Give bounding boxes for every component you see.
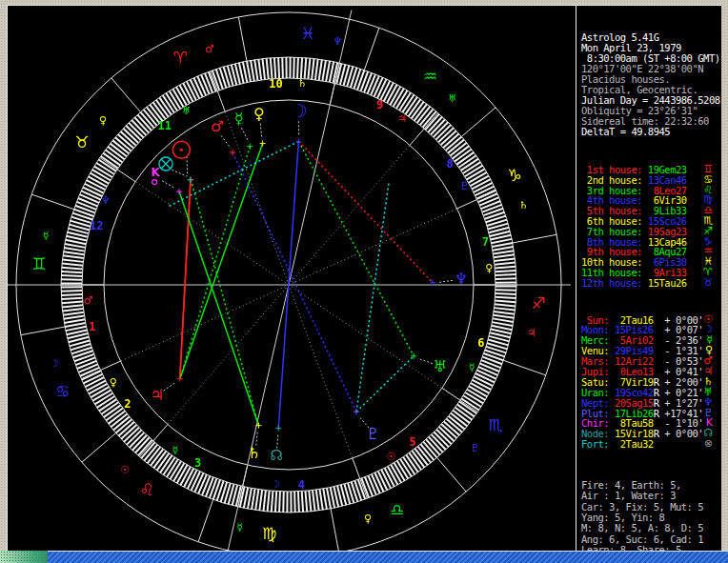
taskbar bbox=[0, 551, 728, 563]
planet-row: Fort: 2Tau32 ⊗ bbox=[581, 439, 721, 450]
info-sidebar: Astrolog 5.41GMon April 23, 1979 8:30:00… bbox=[576, 6, 721, 551]
astrolog-window: Astrolog 5.41GMon April 23, 1979 8:30:00… bbox=[7, 5, 721, 551]
element-stats-block: Fire: 4, Earth: 5,Air : 1, Water: 3Car: … bbox=[581, 480, 721, 555]
stat-line: M: 8, N: 5, A: 8, D: 5 bbox=[581, 523, 721, 533]
natal-wheel-canvas bbox=[8, 6, 576, 551]
house-row: 12th house: 15Tau26♉ bbox=[581, 278, 721, 289]
house-list: 1st house: 19Gem23♊ 2nd house: 13Can46♋ … bbox=[581, 165, 721, 289]
header-line: DeltaT = 49.8945 bbox=[581, 127, 721, 137]
zodiac-sign-icon: ♉ bbox=[703, 277, 713, 288]
planet-list: Sun: 2Tau16 + 0°00'☉Moon: 15Pis26 + 0°07… bbox=[581, 315, 721, 451]
planet-icon: ⊗ bbox=[704, 438, 713, 449]
chart-header-block: Astrolog 5.41GMon April 23, 1979 8:30:00… bbox=[581, 32, 721, 137]
taskbar-bar[interactable] bbox=[48, 551, 728, 563]
desktop: Astrolog 5.41GMon April 23, 1979 8:30:00… bbox=[0, 0, 728, 563]
chart-pane bbox=[8, 6, 576, 551]
taskbar-corner-decoration bbox=[0, 551, 48, 563]
